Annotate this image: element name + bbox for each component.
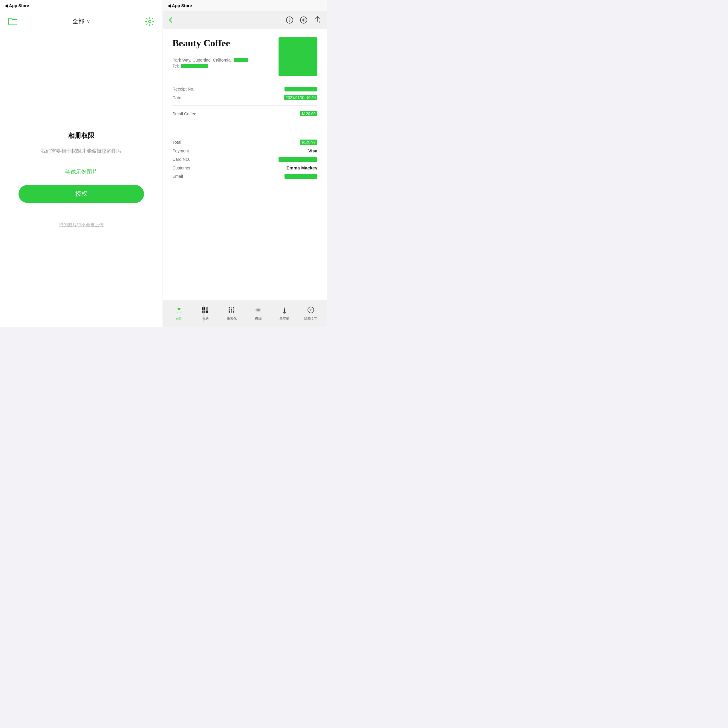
- help-button[interactable]: ?: [286, 16, 294, 24]
- pixel-label: 像素化: [227, 317, 237, 321]
- svg-rect-16: [229, 311, 230, 313]
- divider-1: [173, 81, 317, 81]
- auto-icon: [176, 306, 183, 315]
- divider-4: [173, 134, 317, 134]
- auto-label: 自动: [176, 317, 182, 321]
- receipt-tel: Tel:: [173, 64, 248, 69]
- svg-rect-13: [229, 309, 230, 310]
- svg-text:T: T: [310, 308, 312, 312]
- toolbar-color[interactable]: 色块: [194, 307, 217, 321]
- hide-text-icon: T: [307, 306, 314, 315]
- nav-title: 全部: [72, 17, 84, 25]
- back-button[interactable]: [169, 17, 173, 23]
- item-price: $120.99: [300, 111, 317, 116]
- pixel-icon: [228, 306, 235, 315]
- svg-rect-11: [231, 307, 232, 308]
- authorize-button[interactable]: 授权: [18, 185, 144, 203]
- back-to-appstore-left[interactable]: ◀ App Store: [5, 3, 29, 8]
- svg-rect-14: [231, 309, 232, 310]
- permission-desc: 我们需要相册权限才能编辑您的图片: [41, 147, 122, 155]
- svg-rect-6: [202, 307, 205, 310]
- receipt-no-label: Receipt No.: [173, 87, 194, 92]
- left-content: 相册权限 我们需要相册权限才能编辑您的图片 尝试示例图片 授权 您的照片绝不会被…: [0, 32, 162, 327]
- email-value: [284, 174, 317, 179]
- svg-rect-12: [233, 307, 234, 308]
- status-bar-left: ◀ App Store: [0, 0, 162, 11]
- receipt-no-row: Receipt No.: [173, 85, 317, 93]
- tel-redact: [181, 64, 208, 68]
- total-value: $120.99: [300, 139, 317, 145]
- no-upload-link[interactable]: 您的照片绝不会被上传: [59, 222, 104, 228]
- back-to-appstore-right[interactable]: ◀ App Store: [168, 3, 192, 8]
- business-name: Beauty Coffee: [173, 37, 248, 49]
- date-value: 2021/01/01 10:24: [284, 95, 317, 100]
- eye-button[interactable]: [300, 16, 308, 24]
- svg-rect-17: [231, 311, 232, 313]
- card-row: Card NO.: [173, 155, 317, 164]
- customer-row: Customer Emma Mackey: [173, 164, 317, 172]
- date-label: Date: [173, 95, 181, 100]
- svg-rect-18: [233, 311, 234, 313]
- payment-row: Payment Visa: [173, 147, 317, 155]
- settings-icon[interactable]: [144, 16, 155, 27]
- share-button[interactable]: [314, 16, 321, 24]
- svg-point-0: [148, 20, 151, 23]
- card-value: [278, 157, 317, 162]
- toolbar-hide-text[interactable]: T 隐藏文字: [300, 306, 322, 321]
- divider-2: [173, 106, 317, 106]
- customer-value: Emma Mackey: [287, 165, 317, 170]
- status-bar-right: ◀ App Store: [163, 0, 327, 11]
- date-row: Date 2021/01/01 10:24: [173, 93, 317, 102]
- toolbar-separator: [203, 305, 203, 323]
- nav-title-group[interactable]: 全部 ∨: [72, 17, 90, 25]
- divider-3: [173, 122, 317, 122]
- toolbar-blur[interactable]: 模糊: [247, 306, 269, 321]
- receipt-content: Beauty Coffee Park Way, Cupertino, Calif…: [163, 29, 327, 189]
- svg-point-21: [257, 309, 259, 311]
- nav-right-icons: ?: [286, 16, 321, 24]
- svg-rect-9: [206, 310, 208, 313]
- bottom-toolbar: 自动 色块: [163, 300, 327, 327]
- item-label: Small Coffee: [173, 112, 196, 116]
- email-row: Email: [173, 172, 317, 180]
- payment-label: Payment: [173, 148, 189, 153]
- folder-icon[interactable]: [7, 16, 18, 27]
- svg-rect-10: [229, 307, 230, 308]
- nav-bar-left: 全部 ∨: [0, 11, 162, 32]
- nav-bar-right: ?: [163, 11, 327, 29]
- card-label: Card NO.: [173, 157, 190, 162]
- marker-label: 马克笔: [280, 317, 289, 321]
- svg-text:?: ?: [289, 18, 291, 22]
- svg-rect-22: [283, 312, 286, 313]
- receipt-scroll[interactable]: Beauty Coffee Park Way, Cupertino, Calif…: [163, 29, 327, 300]
- total-label: Total: [173, 140, 181, 145]
- blur-label: 模糊: [255, 317, 262, 321]
- address-redact: [234, 58, 248, 62]
- toolbar-marker[interactable]: 马克笔: [273, 306, 295, 321]
- item-row: Small Coffee $120.99: [173, 109, 317, 118]
- receipt-no-value: [284, 87, 317, 92]
- marker-icon: [281, 306, 288, 315]
- toolbar-pixel[interactable]: 像素化: [220, 306, 243, 321]
- receipt-header: Beauty Coffee Park Way, Cupertino, Calif…: [173, 37, 317, 76]
- receipt-address: Park Way, Cupertino, California,: [173, 58, 248, 63]
- left-panel: ◀ App Store 全部 ∨ 相册权限 我们需要相册权限才能编辑您的图片 尝…: [0, 0, 163, 327]
- receipt-logo: [278, 37, 317, 76]
- email-label: Email: [173, 174, 183, 179]
- try-sample-button[interactable]: 尝试示例图片: [65, 168, 98, 176]
- hide-text-label: 隐藏文字: [304, 317, 317, 321]
- right-panel: ◀ App Store ?: [163, 0, 327, 327]
- svg-rect-7: [206, 307, 208, 310]
- toolbar-auto[interactable]: 自动: [168, 306, 190, 321]
- svg-point-5: [303, 20, 304, 21]
- svg-rect-15: [233, 309, 234, 310]
- payment-value: Visa: [308, 148, 317, 153]
- total-row: Total $120.99: [173, 138, 317, 147]
- blur-icon: [255, 306, 262, 315]
- nav-chevron: ∨: [87, 18, 90, 24]
- permission-title: 相册权限: [68, 131, 95, 140]
- customer-label: Customer: [173, 165, 191, 170]
- business-info: Beauty Coffee Park Way, Cupertino, Calif…: [173, 37, 248, 73]
- svg-rect-8: [202, 310, 205, 313]
- color-block-icon: [202, 307, 209, 315]
